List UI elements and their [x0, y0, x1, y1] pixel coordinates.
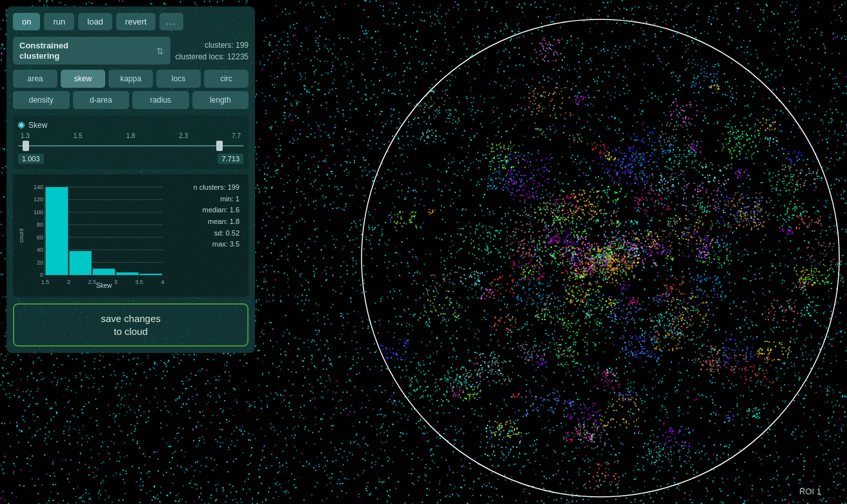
histogram-stats: n clusters: 199 min: 1 median: 1.6 mean:…: [193, 182, 240, 250]
algorithm-selector[interactable]: Constrainedclustering ⇅: [13, 37, 170, 65]
histogram-inner: count n clusters: 199 min: 1 median: 1.6…: [18, 179, 243, 292]
slider-section: Skew 1.31.51.82.37.7 1.003 7.713: [13, 116, 249, 169]
features-row2: densityd-arearadiuslength: [13, 91, 249, 109]
stat-sd: sd: 0.52: [193, 228, 240, 239]
on-button[interactable]: on: [13, 13, 40, 30]
feature-btn-length[interactable]: length: [192, 91, 249, 109]
feature-btn-radius[interactable]: radius: [132, 91, 189, 109]
algorithm-row: Constrainedclustering ⇅ clusters: 199 cl…: [13, 37, 249, 65]
slider-radio[interactable]: [18, 122, 25, 128]
feature-btn-kappa[interactable]: kappa: [108, 70, 153, 88]
more-button[interactable]: ...: [159, 13, 183, 30]
slider-handle-right[interactable]: [216, 141, 223, 151]
slider-handle-left[interactable]: [23, 141, 29, 151]
feature-btn-locs[interactable]: locs: [156, 70, 201, 88]
slider-track: [18, 141, 243, 151]
histogram-section: count n clusters: 199 min: 1 median: 1.6…: [13, 174, 249, 297]
feature-btn-density[interactable]: density: [13, 91, 70, 109]
feature-btn-d-area[interactable]: d-area: [73, 91, 130, 109]
stat-n-clusters: n clusters: 199: [193, 182, 240, 194]
slider-tick: 1.8: [127, 132, 136, 139]
slider-values: 1.003 7.713: [18, 154, 243, 164]
y-axis-label: count: [18, 179, 25, 292]
slider-bar: [18, 145, 243, 146]
slider-ticks: 1.31.51.82.37.7: [18, 132, 243, 139]
feature-btn-circ[interactable]: circ: [204, 70, 249, 88]
slider-label-row: Skew: [18, 121, 243, 130]
stat-min: min: 1: [193, 194, 240, 205]
roi-label: ROI 1: [799, 487, 821, 496]
stat-max: max: 3.5: [193, 239, 240, 250]
cluster-stats: clusters: 199 clustered locs: 12235: [176, 39, 249, 63]
slider-tick: 1.5: [74, 132, 83, 139]
revert-button[interactable]: revert: [116, 13, 156, 30]
stat-mean: mean: 1.8: [193, 216, 240, 228]
stat-median: median: 1.6: [193, 205, 240, 216]
clustered-locs: clustered locs: 12235: [176, 51, 249, 63]
slider-max-val: 7.713: [218, 154, 243, 164]
histogram-chart: n clusters: 199 min: 1 median: 1.6 mean:…: [27, 179, 243, 292]
slider-tick: 1.3: [21, 132, 30, 139]
load-button[interactable]: load: [78, 13, 112, 30]
slider-min-val: 1.003: [18, 154, 44, 164]
toolbar: on run load revert ...: [13, 13, 249, 30]
slider-tick: 7.7: [232, 132, 241, 139]
features-row1: areaskewkappalocscirc: [13, 70, 249, 88]
control-panel: on run load revert ... Constrainedcluste…: [6, 6, 255, 353]
clusters-count: clusters: 199: [176, 39, 249, 51]
algorithm-name: Constrainedclustering: [19, 41, 68, 61]
slider-label: Skew: [28, 121, 47, 130]
feature-btn-skew[interactable]: skew: [61, 70, 105, 88]
run-button[interactable]: run: [44, 13, 74, 30]
save-button[interactable]: save changesto cloud: [13, 303, 249, 347]
chevron-icon: ⇅: [156, 46, 164, 56]
feature-btn-area[interactable]: area: [13, 70, 57, 88]
slider-tick: 2.3: [179, 132, 188, 139]
